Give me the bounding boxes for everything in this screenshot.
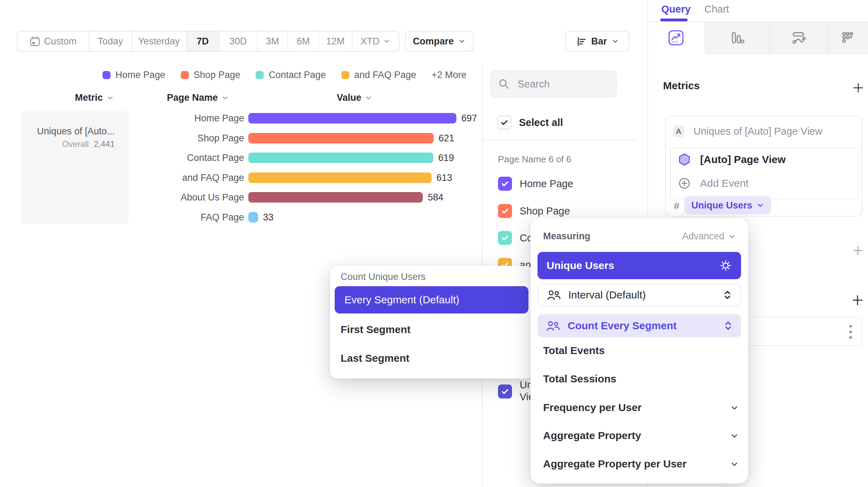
date-range-12m[interactable]: 12M xyxy=(319,31,353,51)
chevron-down-icon xyxy=(365,94,372,102)
bar-shop-page[interactable] xyxy=(248,133,434,143)
chart-type-button[interactable]: Bar xyxy=(565,31,629,52)
metric-card-title: Uniques of [Auto] Page View xyxy=(693,126,823,137)
sidebar-item-home-page[interactable]: Home Page xyxy=(498,177,573,191)
date-range-today[interactable]: Today xyxy=(89,31,132,51)
users-icon xyxy=(547,320,560,331)
bar-home-page[interactable] xyxy=(248,113,456,123)
tab-funnels[interactable] xyxy=(704,22,769,54)
legend-swatch xyxy=(256,71,264,79)
measuring-popover: Measuring Advanced Unique Users Interval… xyxy=(531,218,748,484)
date-range-3m[interactable]: 3M xyxy=(257,31,288,51)
chevron-down-icon xyxy=(611,37,619,45)
option-last-segment[interactable]: Last Segment xyxy=(341,352,410,365)
checkbox[interactable] xyxy=(498,204,512,218)
table-row: Contact Page 619 xyxy=(129,152,489,164)
option-unique-users-selected[interactable]: Unique Users xyxy=(538,252,741,279)
metrics-title: Metrics xyxy=(663,80,700,92)
tab-insights[interactable] xyxy=(648,22,704,54)
legend-more[interactable]: +2 More xyxy=(432,70,467,80)
option-total-events[interactable]: Total Events xyxy=(543,344,605,357)
option-first-segment[interactable]: First Segment xyxy=(341,323,411,336)
checkbox[interactable] xyxy=(498,231,512,245)
table-row: FAQ Page 33 xyxy=(129,211,489,223)
table-row: and FAQ Page 613 xyxy=(129,172,489,184)
bar-value: 33 xyxy=(263,211,273,223)
retention-dots-icon xyxy=(840,30,856,46)
check-icon xyxy=(500,233,510,242)
column-header-metric[interactable]: Metric xyxy=(52,92,136,103)
kebab-menu-icon[interactable] xyxy=(849,325,852,339)
measure-pill[interactable]: Unique Users xyxy=(684,196,771,214)
date-range-30d[interactable]: 30D xyxy=(220,31,257,51)
option-frequency-per-user[interactable]: Frequency per User xyxy=(543,401,642,414)
search-box[interactable] xyxy=(490,70,618,98)
date-range-xtd[interactable]: XTD xyxy=(353,31,399,51)
calendar-icon xyxy=(29,36,41,47)
count-unique-users-popover: Count Unique Users Every Segment (Defaul… xyxy=(330,266,533,379)
add-event-row[interactable]: Add Event xyxy=(678,177,748,190)
select-all-row[interactable]: Select all xyxy=(497,115,563,129)
event-group: [Auto] Page View Add Event xyxy=(670,147,859,199)
column-header-value[interactable]: Value xyxy=(313,92,397,103)
insights-icon xyxy=(668,29,684,46)
table-row: Home Page 697 xyxy=(129,112,489,124)
sidebar-section-label: Page Name 6 of 6 xyxy=(498,154,571,165)
bar-value: 697 xyxy=(461,112,477,124)
legend-item[interactable]: Contact Page xyxy=(256,70,326,80)
sidebar-section-divider xyxy=(482,140,636,141)
sidebar-item-shop-page[interactable]: Shop Page xyxy=(498,204,570,218)
count-every-segment-row[interactable]: Count Every Segment xyxy=(538,314,741,337)
date-range-6m[interactable]: 6M xyxy=(288,31,319,51)
add-filter-button[interactable] xyxy=(852,245,863,256)
legend-item[interactable]: Shop Page xyxy=(181,70,241,80)
popover-title: Count Unique Users xyxy=(341,271,426,282)
event-row[interactable]: [Auto] Page View xyxy=(678,153,785,166)
bar-value: 621 xyxy=(439,132,454,144)
date-range-yesterday[interactable]: Yesterday xyxy=(132,31,186,51)
legend-item[interactable]: and FAQ Page xyxy=(341,70,416,80)
option-aggregate-property[interactable]: Aggregate Property xyxy=(543,429,641,442)
option-total-sessions[interactable]: Total Sessions xyxy=(543,373,617,385)
date-range-7d[interactable]: 7D xyxy=(186,31,220,51)
tab-chart[interactable]: Chart xyxy=(704,3,729,15)
select-all-label: Select all xyxy=(519,117,563,128)
option-aggregate-property-per-user[interactable]: Aggregate Property per User xyxy=(543,458,686,470)
check-icon xyxy=(500,206,510,216)
metric-overall: Overall2,441 xyxy=(62,139,115,149)
flows-icon xyxy=(790,30,806,46)
legend-swatch xyxy=(341,71,349,79)
bar-value: 619 xyxy=(438,152,454,164)
checkbox[interactable] xyxy=(498,384,512,398)
search-input[interactable] xyxy=(517,78,602,90)
active-tab-underline xyxy=(660,19,688,21)
row-label: Home Page xyxy=(129,112,244,124)
tab-query[interactable]: Query xyxy=(661,3,691,15)
metric-cell[interactable]: Uniques of [Auto... Overall2,441 xyxy=(21,111,129,224)
select-all-checkbox[interactable] xyxy=(497,115,511,129)
bar-chart-icon xyxy=(576,36,587,47)
check-icon xyxy=(500,179,510,188)
metric-card: A Uniques of [Auto] Page View [Auto] Pag… xyxy=(665,116,862,217)
add-breakdown-button[interactable] xyxy=(851,294,864,306)
row-label: About Us Page xyxy=(129,191,244,203)
bar-and-faq-page[interactable] xyxy=(248,172,432,183)
add-event-icon xyxy=(678,177,691,190)
chevron-down-icon xyxy=(730,431,739,440)
checkbox[interactable] xyxy=(498,177,512,191)
date-range-custom[interactable]: Custom xyxy=(17,31,89,51)
column-header-page-name[interactable]: Page Name xyxy=(156,92,240,103)
bar-faq-page[interactable] xyxy=(248,212,258,223)
legend-swatch xyxy=(102,71,111,79)
interval-row[interactable]: Interval (Default) xyxy=(538,283,741,306)
option-every-segment[interactable]: Every Segment (Default) xyxy=(335,286,528,313)
tab-flows[interactable] xyxy=(769,22,827,54)
legend-item[interactable]: Home Page xyxy=(102,70,165,80)
tab-retention[interactable] xyxy=(827,22,868,54)
bar-contact-page[interactable] xyxy=(248,153,433,163)
compare-button[interactable]: Compare xyxy=(405,31,474,52)
bar-about-us-page[interactable] xyxy=(248,192,423,203)
advanced-toggle[interactable]: Advanced xyxy=(682,231,736,242)
bar-value: 584 xyxy=(428,191,443,203)
add-metric-button[interactable] xyxy=(852,82,864,94)
